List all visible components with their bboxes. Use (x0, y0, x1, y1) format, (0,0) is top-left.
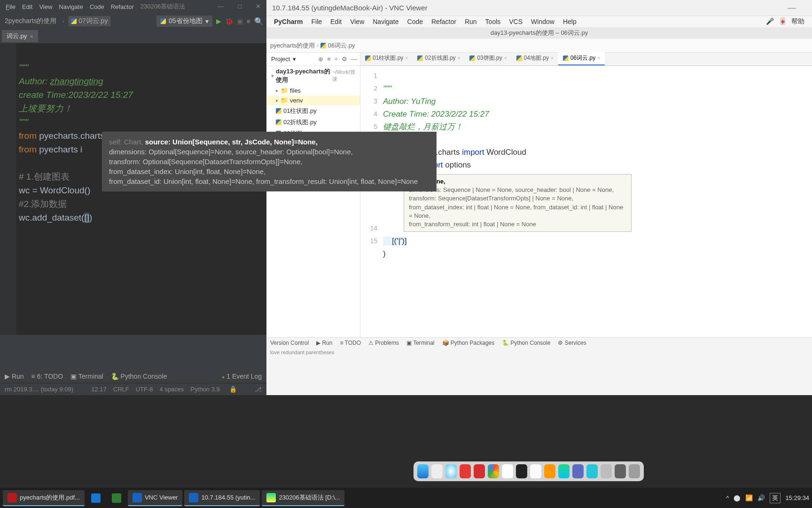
run-tool[interactable]: ▶ Run (316, 340, 332, 346)
menu-navigate[interactable]: Navigate (373, 18, 398, 25)
coverage-button[interactable]: ▣ (237, 17, 243, 25)
packages-tool[interactable]: 📦 Python Packages (442, 340, 495, 346)
interpreter[interactable]: Python 3.9 (191, 386, 220, 393)
breadcrumb-file[interactable]: 06词云.py (328, 41, 355, 50)
tree-file-item[interactable]: 02折线图.py (266, 117, 360, 128)
close-icon[interactable]: × (551, 56, 554, 61)
dock-typora[interactable] (530, 464, 541, 478)
dock-sublime[interactable] (544, 464, 555, 478)
dock-chrome[interactable] (488, 464, 499, 478)
breadcrumb-project[interactable]: pyecharts的使用 (270, 41, 315, 50)
close-icon[interactable]: × (458, 56, 461, 61)
help-icon[interactable]: 帮助 (791, 17, 804, 26)
minimize-button[interactable]: — (215, 1, 226, 11)
stop-button[interactable]: ■ (247, 17, 250, 25)
run-tool[interactable]: ▶ Run (5, 373, 24, 380)
taskbar-pdf[interactable]: pyecharts的使用.pdf... (3, 490, 85, 506)
tree-files-dir[interactable]: ▸ 📁 files (266, 86, 360, 95)
cursor-position[interactable]: 12:17 (91, 386, 107, 393)
dock-app-red2[interactable] (474, 464, 485, 478)
mac-menu-bar[interactable]: PyCharm File Edit View Navigate Code Ref… (266, 16, 812, 27)
python-console-tool[interactable]: 🐍 Python Console (111, 373, 167, 380)
tab-item-active[interactable]: 06词云.py× (558, 52, 605, 65)
tree-file-item[interactable]: 01柱状图.py (266, 105, 360, 117)
menu-edit[interactable]: Edit (330, 18, 342, 25)
menu-tools[interactable]: Tools (485, 18, 501, 25)
menu-help[interactable]: Help (563, 18, 577, 25)
tab-item[interactable]: 03饼图.py× (465, 52, 511, 65)
windows-taskbar[interactable]: pyecharts的使用.pdf... VNC Viewer 10.7.184.… (0, 488, 812, 508)
tray-icon[interactable]: 🔊 (757, 494, 765, 501)
tab-item[interactable]: 02折线图.py× (413, 52, 465, 65)
maximize-button[interactable]: □ (235, 1, 244, 11)
encoding[interactable]: UTF-8 (136, 386, 153, 393)
menu-file[interactable]: File (3, 2, 18, 12)
taskbar-vnc-session[interactable]: 10.7.184.55 (yutin... (184, 490, 260, 506)
dock-safari[interactable] (445, 464, 457, 478)
tab-item[interactable]: 01柱状图.py× (360, 52, 413, 65)
project-tool-window[interactable]: Project ▾ ⊕ ≡ ÷ ⚙ — ▾ day13-pyecharts的使用… (266, 53, 360, 337)
vnc-title-bar[interactable]: 10.7.184.55 (yutingdeMacBook-Air) - VNC … (266, 0, 812, 16)
dock-app[interactable] (586, 464, 598, 478)
close-icon[interactable]: × (405, 56, 408, 61)
dock-pycharm[interactable] (558, 464, 570, 478)
taskbar-vnc[interactable]: VNC Viewer (128, 490, 183, 506)
taskbar-app[interactable] (86, 490, 105, 506)
tree-root[interactable]: ▾ day13-pyecharts的使用 ~/Work/授课 (266, 66, 360, 86)
tree-venv-dir[interactable]: ▸ 📁 venv (266, 95, 360, 105)
close-icon[interactable]: × (504, 56, 507, 61)
gear-icon[interactable]: ⚙ (342, 56, 347, 63)
terminal-tool[interactable]: ▣ Terminal (406, 340, 434, 346)
dock-qq[interactable] (502, 464, 513, 478)
run-button[interactable]: ▶ (216, 17, 221, 25)
tab-wordcloud[interactable]: 词云.py × (2, 30, 38, 42)
event-log[interactable]: ● 1 Event Log (222, 373, 262, 380)
project-view-select[interactable]: Project ▾ (269, 55, 298, 64)
minimize-button[interactable]: — (788, 3, 796, 13)
menu-edit[interactable]: Edit (19, 2, 35, 12)
lock-icon[interactable]: 🔒 (229, 386, 237, 393)
menu-refactor[interactable]: Refactor (431, 18, 456, 25)
gutter[interactable] (0, 43, 16, 335)
tab-item[interactable]: 04地图.py× (512, 52, 558, 65)
dock-terminal[interactable] (516, 464, 527, 478)
version-control-tool[interactable]: Version Control (270, 340, 309, 346)
terminal-tool[interactable]: ▣ Terminal (70, 373, 103, 380)
dock-trash[interactable] (629, 464, 640, 478)
dock-app[interactable] (615, 464, 626, 478)
taskbar-pycharm[interactable]: 230206基础语法 [D:\... (262, 490, 344, 506)
git-branch-icon[interactable]: ⎇ (255, 386, 262, 393)
menu-file[interactable]: File (311, 18, 322, 25)
dock-app-red[interactable] (460, 464, 471, 478)
collapse-icon[interactable]: ÷ (335, 56, 338, 63)
search-icon[interactable]: 🔍 (254, 17, 264, 26)
close-icon[interactable]: × (30, 33, 33, 40)
menu-run[interactable]: Run (465, 18, 477, 25)
debug-button[interactable]: 🐞 (225, 17, 233, 25)
locate-icon[interactable]: ⊕ (318, 56, 323, 63)
python-console-tool[interactable]: 🐍 Python Console (502, 340, 550, 346)
mic-icon[interactable]: 🎤 (766, 17, 774, 26)
breadcrumb[interactable]: 2pyecharts的使用 (3, 16, 58, 26)
menu-refactor[interactable]: Refactor (108, 2, 137, 12)
tray-icon[interactable]: 📶 (745, 494, 753, 501)
indent[interactable]: 4 spaces (160, 386, 184, 393)
taskbar-wechat[interactable] (107, 490, 126, 506)
close-icon[interactable]: × (597, 56, 600, 61)
ime-icon[interactable]: 🀄 (779, 17, 787, 26)
tray-clock[interactable]: 15:29:34 (785, 494, 809, 501)
services-tool[interactable]: ⚙ Services (558, 340, 586, 346)
expand-icon[interactable]: ≡ (327, 56, 331, 63)
menu-vcs[interactable]: VCS (509, 18, 523, 25)
tray-chevron-up-icon[interactable]: ^ (726, 494, 729, 501)
menu-bar[interactable]: File Edit View Navigate Code Refactor 23… (0, 0, 266, 13)
menu-navigate[interactable]: Navigate (56, 2, 86, 12)
menu-code[interactable]: Code (407, 18, 423, 25)
run-config-select[interactable]: 05省份地图 ▾ (156, 16, 212, 27)
dock-finder[interactable] (417, 464, 429, 478)
todo-tool[interactable]: ≡ TODO (340, 340, 361, 346)
menu-window[interactable]: Window (531, 18, 554, 25)
system-tray[interactable]: ^ ⬤ 📶 🔊 英 15:29:34 (726, 493, 809, 503)
line-separator[interactable]: CRLF (113, 386, 129, 393)
menu-view[interactable]: View (350, 18, 364, 25)
